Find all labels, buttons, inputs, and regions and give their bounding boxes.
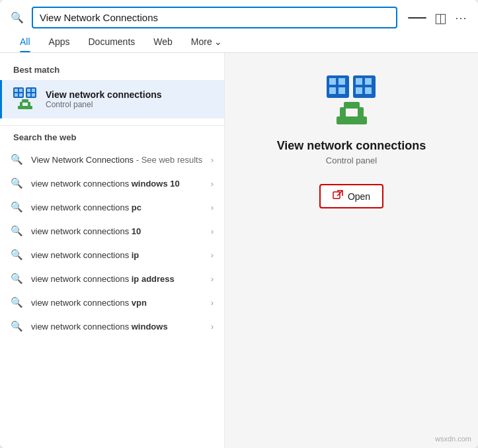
open-external-icon bbox=[333, 190, 343, 202]
tab-web[interactable]: Web bbox=[144, 32, 182, 52]
search-icon: 🔍 bbox=[11, 296, 23, 308]
tab-apps[interactable]: Apps bbox=[40, 32, 79, 52]
list-item[interactable]: 🔍 view network connections pc › bbox=[0, 195, 224, 219]
search-icon: 🔍 bbox=[11, 320, 23, 332]
search-icon: 🔍 bbox=[11, 177, 23, 189]
tab-documents[interactable]: Documents bbox=[79, 32, 144, 52]
right-app-sub: Control panel bbox=[326, 156, 377, 165]
svg-rect-21 bbox=[365, 78, 372, 85]
tab-more[interactable]: More ⌄ bbox=[182, 32, 231, 52]
svg-rect-23 bbox=[365, 87, 372, 94]
svg-rect-20 bbox=[356, 78, 362, 85]
right-app-name: View network connections bbox=[277, 139, 426, 153]
svg-rect-22 bbox=[356, 87, 362, 94]
chevron-right-icon: › bbox=[211, 179, 214, 189]
avatar-icon[interactable]: ◫ bbox=[434, 10, 447, 26]
tabs-bar: All Apps Documents Web More ⌄ bbox=[0, 28, 478, 53]
svg-rect-2 bbox=[19, 89, 22, 92]
watermark: wsxdn.com bbox=[435, 435, 471, 443]
chevron-right-icon: › bbox=[211, 274, 214, 284]
search-bar: 🔍 ◫ ⋯ bbox=[0, 0, 478, 28]
web-item-text: view network connections 10 bbox=[31, 226, 203, 236]
main-content: Best match bbox=[0, 53, 478, 448]
chevron-right-icon: › bbox=[211, 155, 214, 165]
best-match-title: Best match bbox=[0, 65, 224, 80]
list-item[interactable]: 🔍 view network connections windows › bbox=[0, 314, 224, 338]
tab-all[interactable]: All bbox=[11, 32, 40, 52]
web-item-text: view network connections windows 10 bbox=[31, 179, 203, 189]
web-item-text: view network connections pc bbox=[31, 202, 203, 212]
svg-rect-13 bbox=[18, 106, 32, 109]
best-match-sub: Control panel bbox=[46, 100, 162, 109]
best-match-text: View network connections Control panel bbox=[46, 89, 162, 109]
web-item-text: view network connections ip address bbox=[31, 274, 203, 284]
chevron-right-icon: › bbox=[211, 202, 214, 212]
search-window: 🔍 ◫ ⋯ All Apps Documents Web More ⌄ Best… bbox=[0, 0, 478, 448]
chevron-right-icon: › bbox=[211, 250, 214, 260]
list-item[interactable]: 🔍 view network connections vpn › bbox=[0, 291, 224, 314]
svg-rect-6 bbox=[27, 89, 30, 92]
svg-rect-15 bbox=[329, 78, 336, 85]
chevron-right-icon: › bbox=[211, 298, 214, 308]
list-item[interactable]: 🔍 view network connections windows 10 › bbox=[0, 171, 224, 195]
list-item[interactable]: 🔍 view network connections 10 › bbox=[0, 219, 224, 243]
search-icon: 🔍 bbox=[11, 273, 23, 285]
svg-rect-7 bbox=[32, 89, 35, 92]
section-divider bbox=[0, 125, 224, 126]
left-panel: Best match bbox=[0, 53, 225, 448]
chevron-right-icon: › bbox=[211, 226, 214, 236]
svg-rect-8 bbox=[27, 93, 30, 97]
search-input[interactable] bbox=[32, 7, 397, 28]
list-item[interactable]: 🔍 View Network Connections - See web res… bbox=[0, 148, 224, 171]
svg-rect-17 bbox=[329, 87, 336, 94]
best-match-item[interactable]: View network connections Control panel bbox=[0, 80, 224, 118]
open-button-label: Open bbox=[348, 191, 370, 202]
svg-rect-10 bbox=[22, 99, 28, 103]
list-item[interactable]: 🔍 view network connections ip address › bbox=[0, 267, 224, 291]
search-icon: 🔍 bbox=[11, 201, 23, 213]
svg-rect-28 bbox=[333, 192, 340, 199]
svg-rect-9 bbox=[32, 93, 35, 97]
more-options-icon[interactable]: ⋯ bbox=[455, 11, 467, 25]
best-match-name: View network connections bbox=[46, 89, 162, 100]
right-app-icon bbox=[325, 74, 378, 127]
search-icon: 🔍 bbox=[11, 249, 23, 261]
svg-rect-4 bbox=[19, 93, 22, 97]
svg-rect-1 bbox=[15, 89, 18, 92]
search-icon: 🔍 bbox=[11, 11, 24, 24]
svg-rect-27 bbox=[337, 116, 367, 124]
chevron-right-icon: › bbox=[211, 322, 214, 332]
list-item[interactable]: 🔍 view network connections ip › bbox=[0, 243, 224, 267]
web-item-text: view network connections windows bbox=[31, 322, 203, 332]
best-match-icon bbox=[13, 87, 38, 112]
minimize-icon[interactable] bbox=[408, 17, 426, 19]
web-item-text: view network connections ip bbox=[31, 250, 203, 260]
search-icon: 🔍 bbox=[11, 225, 23, 237]
web-item-text: view network connections vpn bbox=[31, 298, 203, 308]
svg-rect-3 bbox=[15, 93, 18, 97]
svg-rect-24 bbox=[344, 102, 360, 109]
web-item-text: View Network Connections - See web resul… bbox=[31, 155, 203, 165]
web-section-title: Search the web bbox=[0, 132, 224, 148]
svg-rect-16 bbox=[339, 78, 345, 85]
search-icon: 🔍 bbox=[11, 154, 23, 165]
search-bar-right: ◫ ⋯ bbox=[408, 10, 467, 26]
right-panel: View network connections Control panel O… bbox=[225, 53, 478, 448]
chevron-down-icon: ⌄ bbox=[214, 36, 222, 47]
svg-rect-18 bbox=[339, 87, 345, 94]
open-button[interactable]: Open bbox=[319, 184, 383, 208]
